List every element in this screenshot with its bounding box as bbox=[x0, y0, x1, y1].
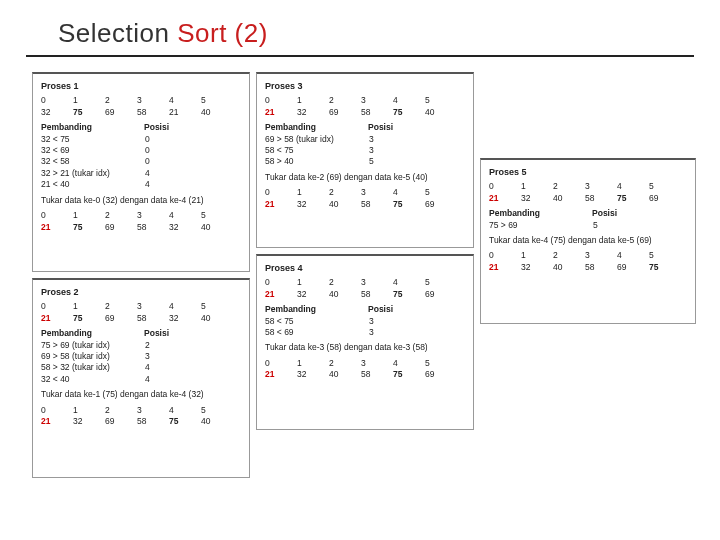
panel-proses-2: Proses 2012345217569583240PembandingPosi… bbox=[32, 278, 250, 478]
index-row: 012345 bbox=[41, 95, 241, 106]
swap-message: Tukar data ke-1 (75) dengan data ke-4 (3… bbox=[41, 389, 241, 400]
panels-grid: Proses 1012345327569582140PembandingPosi… bbox=[32, 72, 696, 532]
comparison-line: 58 > 32 (tukar idx)4 bbox=[41, 362, 241, 373]
column-headers: PembandingPosisi bbox=[41, 328, 241, 339]
column-headers: PembandingPosisi bbox=[41, 122, 241, 133]
values-row: 213269587540 bbox=[265, 107, 465, 118]
comparison-line: 32 > 21 (tukar idx)4 bbox=[41, 168, 241, 179]
comparison-line: 75 > 695 bbox=[489, 220, 687, 231]
comparison-line: 58 < 693 bbox=[265, 327, 465, 338]
comparison-line: 32 < 750 bbox=[41, 134, 241, 145]
comparison-line: 75 > 69 (tukar idx)2 bbox=[41, 340, 241, 351]
panel-proses-5: Proses 5012345213240587569PembandingPosi… bbox=[480, 158, 696, 324]
index-row: 012345 bbox=[41, 301, 241, 312]
result-index-row: 012345 bbox=[489, 250, 687, 261]
result-values-row: 213269587540 bbox=[41, 416, 241, 427]
panel-proses-3: Proses 3012345213269587540PembandingPosi… bbox=[256, 72, 474, 248]
result-values-row: 213240586975 bbox=[489, 262, 687, 273]
panel-title: Proses 2 bbox=[41, 286, 241, 298]
swap-message: Tukar data ke-3 (58) dengan data ke-3 (5… bbox=[265, 342, 465, 353]
result-index-row: 012345 bbox=[41, 405, 241, 416]
values-row: 213240587569 bbox=[489, 193, 687, 204]
comparison-line: 32 < 404 bbox=[41, 374, 241, 385]
column-headers: PembandingPosisi bbox=[489, 208, 687, 219]
panel-title: Proses 1 bbox=[41, 80, 241, 92]
result-index-row: 012345 bbox=[265, 187, 465, 198]
column-headers: PembandingPosisi bbox=[265, 304, 465, 315]
comparison-line: 32 < 690 bbox=[41, 145, 241, 156]
panel-title: Proses 5 bbox=[489, 166, 687, 178]
swap-message: Tukar data ke-2 (69) dengan data ke-5 (4… bbox=[265, 172, 465, 183]
comparison-line: 58 > 405 bbox=[265, 156, 465, 167]
panel-title: Proses 3 bbox=[265, 80, 465, 92]
title-pre: Selection bbox=[58, 18, 177, 48]
comparison-line: 58 < 753 bbox=[265, 145, 465, 156]
column-headers: PembandingPosisi bbox=[265, 122, 465, 133]
comparison-line: 69 > 58 (tukar idx)3 bbox=[265, 134, 465, 145]
index-row: 012345 bbox=[489, 181, 687, 192]
comparison-line: 21 < 404 bbox=[41, 179, 241, 190]
panel-proses-1: Proses 1012345327569582140PembandingPosi… bbox=[32, 72, 250, 272]
title-accent: Sort (2) bbox=[177, 18, 268, 48]
index-row: 012345 bbox=[265, 95, 465, 106]
result-values-row: 213240587569 bbox=[265, 369, 465, 380]
index-row: 012345 bbox=[265, 277, 465, 288]
values-row: 327569582140 bbox=[41, 107, 241, 118]
swap-message: Tukar data ke-0 (32) dengan data ke-4 (2… bbox=[41, 195, 241, 206]
panel-title: Proses 4 bbox=[265, 262, 465, 274]
result-values-row: 213240587569 bbox=[265, 199, 465, 210]
panel-proses-4: Proses 4012345213240587569PembandingPosi… bbox=[256, 254, 474, 430]
result-index-row: 012345 bbox=[41, 210, 241, 221]
slide-title: Selection Sort (2) bbox=[26, 0, 694, 57]
comparison-line: 58 < 753 bbox=[265, 316, 465, 327]
swap-message: Tukar data ke-4 (75) dengan data ke-5 (6… bbox=[489, 235, 687, 246]
comparison-line: 32 < 580 bbox=[41, 156, 241, 167]
comparison-line: 69 > 58 (tukar idx)3 bbox=[41, 351, 241, 362]
values-row: 213240587569 bbox=[265, 289, 465, 300]
values-row: 217569583240 bbox=[41, 313, 241, 324]
result-values-row: 217569583240 bbox=[41, 222, 241, 233]
result-index-row: 012345 bbox=[265, 358, 465, 369]
